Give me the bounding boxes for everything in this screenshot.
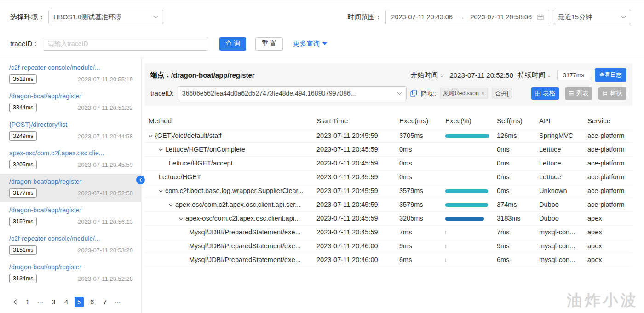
exec-percent-bar (445, 134, 489, 138)
view-tree-button[interactable]: 树状 (598, 87, 626, 100)
reset-button[interactable]: 重 置 (255, 37, 283, 51)
service-cell: apex (584, 239, 632, 253)
view-table-label: 表格 (543, 89, 555, 97)
page-number[interactable]: 4 (62, 297, 71, 307)
trace-table-row[interactable]: Mysql/JDBI/PreparedStatement/exe... 2023… (145, 226, 632, 239)
start-time-cell: 2023-07-11 20:45:59 (313, 129, 396, 143)
method-cell-content: Lettuce/HGET/accept (149, 159, 309, 168)
method-name: Lettuce/HGET/onComplete (165, 145, 245, 154)
trace-list-item[interactable]: /dragon-boat/app/register 3177ms2023-07-… (0, 174, 141, 202)
trace-table-row[interactable]: {GET}/dict/default/staff 2023-07-11 20:4… (145, 129, 632, 143)
prev-page-button[interactable] (10, 297, 19, 307)
method-cell-content: Mysql/JDBI/PreparedStatement/exe... (149, 256, 309, 264)
expand-icon[interactable] (159, 190, 163, 193)
exec-percent-bar (445, 217, 484, 221)
page-number[interactable]: 3 (49, 297, 58, 307)
more-query-link[interactable]: 更多查询 (293, 40, 327, 48)
chevron-down-icon (397, 92, 402, 95)
column-header-service: Service (584, 113, 632, 129)
view-log-button[interactable]: 查看日志 (595, 68, 626, 82)
page-number[interactable]: 1 (23, 297, 32, 307)
noise-tag-merge[interactable]: 合并[ (492, 88, 512, 99)
start-time-cell: 2023-07-11 20:45:59 (313, 184, 396, 198)
trace-list-item[interactable]: /c2f-repeater-console/module/... 3518ms2… (0, 60, 141, 88)
end-datetime[interactable]: 2023-07-11 20:58:06 (470, 13, 532, 21)
trace-id-input[interactable] (43, 37, 208, 51)
exec-percent-cell (445, 217, 489, 221)
method-name: Mysql/JDBI/PreparedStatement/exe... (189, 256, 301, 264)
view-list-button[interactable]: 列表 (565, 87, 592, 100)
trace-endpoint-link[interactable]: /dragon-boat/app/register (9, 92, 133, 100)
trace-endpoint-link[interactable]: /c2f-repeater-console/module/... (9, 235, 133, 242)
trace-list-item[interactable]: {POST}/directory/list 3249ms2023-07-11 2… (0, 117, 141, 145)
trace-list-item[interactable]: apex-osc/com.c2f.apex.osc.clie... 3205ms… (0, 145, 141, 174)
expand-icon[interactable] (179, 217, 183, 220)
time-preset-value: 最近15分钟 (558, 13, 592, 22)
expand-icon[interactable] (169, 204, 173, 206)
method-cell-content: apex-osc/com.c2f.apex.osc.client.api... (149, 214, 309, 223)
noise-tag-ignore-redisson[interactable]: 忽略Redisson× (440, 88, 488, 99)
exec-percent-cell (445, 258, 489, 262)
start-datetime[interactable]: 2023-07-11 20:43:06 (391, 13, 453, 21)
trace-table-row[interactable]: com.c2f.boot.base.log.wrapper.SupplierCl… (145, 184, 632, 198)
page-ellipsis[interactable]: ••• (113, 297, 122, 307)
method-name: Mysql/JDBI/PreparedStatement/exe... (189, 242, 301, 250)
trace-endpoint-link[interactable]: /dragon-boat/app/register (9, 178, 133, 185)
trace-duration-badge: 3249ms (9, 131, 37, 141)
more-query-label: 更多查询 (293, 40, 320, 48)
exec-ms-cell: 0ms (396, 157, 442, 171)
page-number[interactable]: 7 (100, 297, 109, 307)
window-top-edge (0, 0, 644, 3)
self-ms-cell: 9ms (493, 239, 535, 253)
environment-select[interactable]: HBOS1.0测试基准环境 (48, 10, 163, 24)
date-range-picker[interactable]: 2023-07-11 20:43:06 → 2023-07-11 20:58:0… (385, 10, 549, 24)
method-cell-content: Mysql/JDBI/PreparedStatement/exe... (149, 228, 309, 237)
expand-icon[interactable] (149, 135, 153, 137)
exec-ms-cell: 3579ms (396, 198, 442, 212)
trace-timestamp: 2023-07-11 20:56:13 (78, 218, 133, 225)
page-ellipsis[interactable]: ••• (36, 297, 45, 307)
trace-id-select[interactable]: 36606e562fea44d0a62d527473fe48de.494.168… (178, 86, 407, 100)
sidebar-collapse-button[interactable] (136, 176, 145, 184)
column-header-exec-ms: Exec(ms) (396, 113, 442, 129)
trace-list-item[interactable]: /dragon-boat/app/register 3152ms2023-07-… (0, 202, 141, 231)
trace-table-row[interactable]: Lettuce/HGET 2023-07-11 20:45:59 0ms 0ms… (145, 171, 632, 184)
calendar-icon[interactable] (537, 14, 544, 20)
api-cell: SpringMVC (535, 129, 584, 143)
trace-list-item[interactable]: /dragon-boat/app/register 3344ms2023-07-… (0, 88, 141, 117)
exec-ms-cell: 0ms (396, 143, 442, 157)
trace-table-row[interactable]: Mysql/JDBI/PreparedStatement/exe... 2023… (145, 239, 632, 253)
trace-endpoint-link[interactable]: {POST}/directory/list (9, 121, 133, 128)
copy-icon[interactable] (410, 90, 417, 97)
trace-timestamp: 2023-07-11 20:55:19 (78, 76, 133, 83)
trace-table-row[interactable]: Mysql/JDBI/PreparedStatement/exe... 2023… (145, 253, 632, 267)
method-cell-content: com.c2f.boot.base.log.wrapper.SupplierCl… (149, 187, 309, 195)
endpoint-label: 端点： (150, 71, 171, 80)
search-button[interactable]: 查 询 (219, 37, 246, 51)
api-cell: Unknown (535, 184, 584, 198)
trace-endpoint-link[interactable]: /c2f-repeater-console/module/... (9, 64, 133, 71)
time-preset-select[interactable]: 最近15分钟 (553, 10, 631, 24)
trace-endpoint-link[interactable]: /dragon-boat/app/register (9, 263, 133, 271)
trace-endpoint-link[interactable]: /dragon-boat/app/register (9, 206, 133, 214)
close-icon[interactable]: × (481, 90, 484, 97)
method-name: apex-osc/com.c2f.apex.osc.client.api.ser… (175, 200, 300, 209)
method-name: Lettuce/HGET (159, 173, 201, 182)
toolbar-row-environment: 选择环境： HBOS1.0测试基准环境 时间范围： 2023-07-11 20:… (10, 3, 631, 31)
view-table-button[interactable]: 表格 (531, 87, 559, 100)
detail-header-meta: 开始时间： 2023-07-11 20:52:50 持续时间： 3177ms 查… (411, 68, 626, 82)
expand-icon[interactable] (159, 148, 163, 151)
trace-table-row[interactable]: Lettuce/HGET/accept 2023-07-11 20:45:59 … (145, 157, 632, 171)
trace-list-item[interactable]: /dragon-boat/app/register 3134ms2023-07-… (0, 259, 141, 288)
trace-table-row[interactable]: Lettuce/HGET/onComplete 2023-07-11 20:45… (145, 143, 632, 157)
trace-endpoint-link[interactable]: apex-osc/com.c2f.apex.osc.clie... (9, 149, 133, 157)
chevron-down-icon (621, 16, 626, 19)
start-time-cell: 2023-07-11 20:45:59 (313, 171, 396, 184)
trace-table-row[interactable]: apex-osc/com.c2f.apex.osc.client.api... … (145, 212, 632, 226)
column-header-self-ms: Self(ms) (493, 113, 535, 129)
trace-list-item[interactable]: /c2f-repeater-console/module/... 3151ms2… (0, 231, 141, 259)
page-number[interactable]: 6 (87, 297, 97, 307)
page-number[interactable]: 5 (75, 297, 84, 307)
exec-percent-bar (445, 189, 488, 193)
trace-table-row[interactable]: apex-osc/com.c2f.apex.osc.client.api.ser… (145, 198, 632, 212)
